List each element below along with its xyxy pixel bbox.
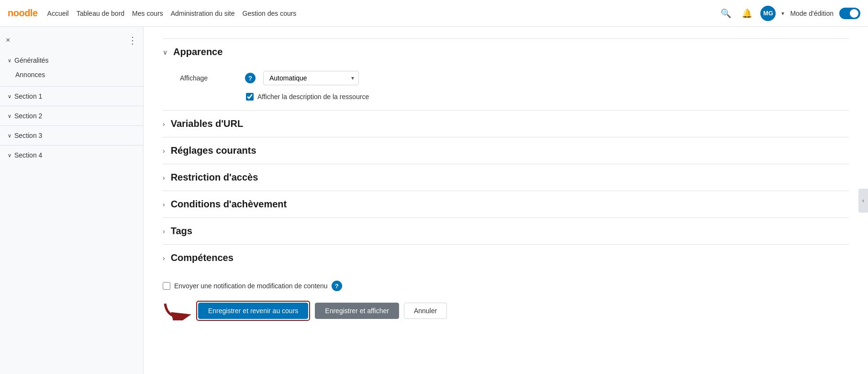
user-chevron-icon[interactable]: ▾ [781, 10, 784, 17]
accordion-restriction-acces: › Restriction d'accès [163, 164, 849, 191]
sidebar-item-section4[interactable]: ∨ Section 4 [0, 147, 143, 163]
user-avatar[interactable]: MG [760, 6, 776, 21]
nav-links: Accueil Tableau de bord Mes cours Admini… [47, 10, 297, 17]
navbar: noodle Accueil Tableau de bord Mes cours… [0, 0, 868, 27]
sidebar-item-label: Section 2 [14, 112, 42, 120]
sidebar-item-section1[interactable]: ∨ Section 1 [0, 89, 143, 104]
right-collapse-handle[interactable]: ‹ [858, 189, 868, 213]
chevron-right-icon: ∨ [8, 93, 11, 100]
accordion-header-apparence[interactable]: ∨ Apparence [163, 39, 849, 65]
accordion-header-reglages-courants[interactable]: › Réglages courants [163, 137, 849, 164]
accordion-title-restriction-acces: Restriction d'accès [171, 172, 258, 183]
accordion-title-reglages-courants: Réglages courants [171, 145, 256, 156]
search-icon[interactable]: 🔍 [718, 6, 734, 21]
chevron-down-icon: ∨ [8, 57, 11, 64]
sidebar-divider-4 [0, 145, 143, 146]
form-buttons-row: Enregistrer et revenir au cours Enregist… [163, 301, 849, 330]
nav-gestion-cours[interactable]: Gestion des cours [243, 10, 297, 17]
main-layout: × ⋮ ∨ Généralités Annonces ∨ Section 1 ∨… [0, 27, 868, 374]
nav-tableau-de-bord[interactable]: Tableau de bord [77, 10, 124, 17]
chevron-right-icon: › [163, 201, 165, 208]
main-content: ∨ Apparence Affichage ? Automatique Dans… [144, 27, 868, 374]
accordion-header-competences[interactable]: › Compétences [163, 245, 849, 271]
accordion-title-apparence: Apparence [173, 46, 223, 57]
sidebar-item-section2[interactable]: ∨ Section 2 [0, 108, 143, 124]
apparence-body: Affichage ? Automatique Dans la page Ouv… [163, 65, 849, 110]
save-display-button[interactable]: Enregistrer et afficher [315, 303, 399, 319]
accordion-header-restriction-acces[interactable]: › Restriction d'accès [163, 164, 849, 191]
sidebar-section-generalites: ∨ Généralités Annonces [0, 50, 143, 84]
red-arrow-icon [163, 301, 191, 320]
accordion-conditions-achevement: › Conditions d'achèvement [163, 191, 849, 217]
chevron-right-icon: › [163, 227, 165, 235]
accordion-header-tags[interactable]: › Tags [163, 218, 849, 244]
sidebar-close-icon[interactable]: × [6, 36, 10, 45]
sidebar-divider-3 [0, 125, 143, 126]
nav-mes-cours[interactable]: Mes cours [132, 10, 163, 17]
sidebar-item-label: Section 1 [14, 92, 42, 100]
affichage-select[interactable]: Automatique Dans la page Ouvrir [263, 71, 359, 85]
accordion-variables-url: › Variables d'URL [163, 110, 849, 137]
save-return-highlight: Enregistrer et revenir au cours [196, 301, 310, 321]
chevron-right-icon: › [163, 147, 165, 155]
affichage-select-wrapper: Automatique Dans la page Ouvrir ▾ [263, 71, 359, 85]
affichage-row: Affichage ? Automatique Dans la page Ouv… [180, 71, 849, 85]
save-return-button[interactable]: Enregistrer et revenir au cours [198, 303, 308, 319]
chevron-right-icon: ∨ [8, 152, 11, 159]
brand-logo[interactable]: noodle [8, 8, 38, 19]
sidebar-item-label: Section 4 [14, 151, 42, 159]
chevron-right-icon: ∨ [8, 133, 11, 139]
sidebar-divider-1 [0, 86, 143, 87]
accordion-title-competences: Compétences [171, 252, 234, 263]
accordion-header-variables-url[interactable]: › Variables d'URL [163, 111, 849, 137]
sidebar-item-label: Section 3 [14, 132, 42, 139]
sidebar-more-icon[interactable]: ⋮ [128, 34, 137, 46]
description-checkbox[interactable] [246, 93, 254, 101]
chevron-right-icon: › [163, 254, 165, 262]
sidebar-divider-2 [0, 106, 143, 106]
navbar-right: 🔍 🔔 MG ▾ Mode d'édition [718, 6, 860, 21]
accordion-title-tags: Tags [171, 226, 192, 237]
sidebar: × ⋮ ∨ Généralités Annonces ∨ Section 1 ∨… [0, 27, 144, 374]
sidebar-item-section3[interactable]: ∨ Section 3 [0, 128, 143, 143]
cancel-button[interactable]: Annuler [404, 303, 447, 319]
description-checkbox-label[interactable]: Afficher la description de la ressource [257, 93, 369, 101]
sidebar-sub-item-annonces[interactable]: Annonces [0, 68, 143, 81]
chevron-right-icon: › [163, 120, 165, 128]
edit-mode-label: Mode d'édition [790, 10, 834, 17]
notification-label[interactable]: Envoyer une notification de modification… [174, 282, 328, 290]
affichage-help-icon[interactable]: ? [245, 73, 256, 83]
affichage-label: Affichage [180, 74, 237, 82]
chevron-right-icon: › [163, 174, 165, 181]
notification-help-icon[interactable]: ? [332, 281, 342, 291]
notification-checkbox[interactable] [163, 282, 170, 290]
notifications-icon[interactable]: 🔔 [739, 6, 755, 21]
accordion-title-conditions-achevement: Conditions d'achèvement [171, 199, 287, 210]
accordion-tags: › Tags [163, 217, 849, 244]
accordion-reglages-courants: › Réglages courants [163, 137, 849, 164]
accordion-apparence: ∨ Apparence Affichage ? Automatique Dans… [163, 38, 849, 110]
bottom-actions-area: Envoyer une notification de modification… [163, 271, 849, 301]
chevron-right-icon: ∨ [8, 113, 11, 119]
chevron-down-icon: ∨ [163, 48, 167, 56]
sidebar-item-label: Généralités [14, 57, 49, 64]
nav-administration-site[interactable]: Administration du site [171, 10, 235, 17]
accordion-title-variables-url: Variables d'URL [171, 118, 243, 129]
nav-accueil[interactable]: Accueil [47, 10, 69, 17]
notification-row: Envoyer une notification de modification… [163, 281, 342, 291]
accordion-header-conditions-achevement[interactable]: › Conditions d'achèvement [163, 191, 849, 217]
accordion-competences: › Compétences [163, 244, 849, 271]
sidebar-header: × ⋮ [0, 31, 143, 50]
description-checkbox-row: Afficher la description de la ressource [246, 93, 849, 101]
sidebar-item-generalites[interactable]: ∨ Généralités [0, 53, 143, 68]
edit-mode-toggle[interactable] [839, 8, 860, 19]
